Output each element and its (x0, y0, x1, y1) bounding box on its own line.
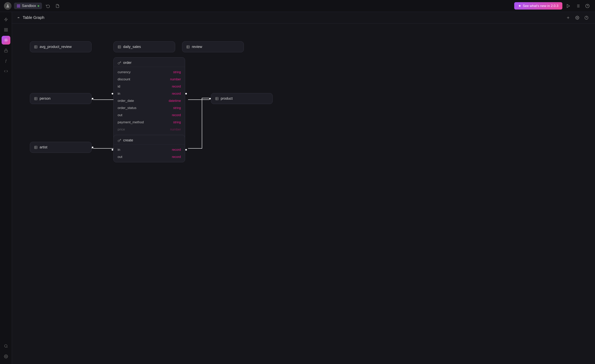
field-row-in: in record (114, 90, 185, 97)
node-order-label: order (123, 61, 132, 65)
settings-button[interactable] (574, 14, 581, 21)
table-graph-icon (17, 16, 20, 20)
node-create-fields: in record out record (114, 145, 185, 162)
node-product-label: product (221, 97, 233, 101)
node-review-header: review (182, 42, 244, 52)
svg-marker-14 (4, 18, 7, 21)
node-daily-sales-header: daily_sales (114, 42, 175, 52)
sidebar-item-grid[interactable] (2, 25, 10, 34)
node-person-header: person (30, 93, 91, 104)
sandbox-pill[interactable]: Sandbox (14, 3, 42, 9)
field-row-price: price number (114, 126, 185, 133)
field-name-discount: discount (118, 77, 130, 81)
node-person[interactable]: person (30, 93, 92, 104)
canvas[interactable]: avg_product_review daily_sales review pe… (12, 23, 595, 364)
node-order-fields: currency string discount number id recor… (114, 67, 185, 135)
svg-point-20 (4, 39, 7, 42)
field-row-create-in: in record (114, 146, 185, 153)
connections-svg (12, 23, 595, 364)
field-row-order-status: order_status string (114, 105, 185, 112)
field-name-currency: currency (118, 70, 131, 74)
node-avg-product-review-label: avg_product_review (40, 45, 72, 49)
field-name-create-in: in (118, 148, 120, 152)
node-create-header: create (114, 135, 185, 145)
svg-rect-53 (35, 146, 37, 149)
field-type-price: number (170, 128, 181, 131)
field-row-currency: currency string (114, 69, 185, 76)
node-daily-sales[interactable]: daily_sales (113, 41, 175, 52)
svg-point-0 (7, 4, 8, 6)
svg-point-48 (118, 63, 120, 64)
node-artist[interactable]: artist (30, 142, 92, 153)
svg-rect-44 (35, 97, 37, 100)
topbar: Sandbox ★ See what's new in 2.0.3 (0, 0, 595, 12)
sidebar-item-lightning[interactable] (2, 15, 10, 24)
svg-point-24 (5, 356, 6, 357)
svg-marker-5 (567, 4, 570, 7)
svg-rect-2 (19, 5, 20, 6)
help-button-secondary[interactable] (583, 14, 590, 21)
play-button[interactable] (565, 2, 572, 10)
sidebar: ƒ (0, 12, 12, 364)
secondary-bar-actions (564, 14, 590, 21)
svg-rect-3 (17, 6, 18, 7)
sidebar-item-function[interactable]: ƒ (2, 56, 10, 65)
field-row-order-date: order_date datetime (114, 97, 185, 105)
key-icon (118, 61, 121, 65)
user-avatar[interactable] (4, 2, 12, 10)
svg-rect-1 (17, 5, 18, 6)
field-type-create-in: record (172, 148, 181, 152)
connector-in-left (111, 92, 114, 95)
key-icon (118, 139, 121, 142)
create-connector-in-left (111, 149, 114, 151)
field-type-create-out: record (172, 155, 181, 159)
sidebar-item-lock[interactable] (2, 46, 10, 55)
node-create[interactable]: create in record out record (113, 135, 185, 162)
node-artist-header: artist (30, 142, 91, 153)
help-button[interactable] (584, 2, 591, 10)
node-product[interactable]: product (211, 93, 273, 104)
table-icon (34, 45, 38, 49)
node-create-label: create (123, 138, 133, 142)
table-icon (186, 45, 190, 49)
svg-rect-17 (4, 30, 6, 31)
svg-rect-32 (35, 46, 37, 48)
refresh-button[interactable] (44, 2, 51, 10)
status-dot (38, 5, 39, 7)
node-review-label: review (192, 45, 202, 49)
sidebar-item-graph[interactable] (2, 36, 10, 45)
add-button[interactable] (564, 14, 572, 21)
node-person-label: person (40, 97, 50, 101)
secondary-bar: Table Graph (12, 12, 595, 23)
field-name-out: out (118, 113, 122, 117)
field-row-discount: discount number (114, 76, 185, 83)
svg-rect-40 (187, 46, 190, 48)
field-row-payment-method: payment_method string (114, 119, 185, 126)
list-button[interactable] (574, 2, 581, 10)
field-name-create-out: out (118, 155, 122, 159)
table-icon (215, 97, 219, 100)
field-name-payment-method: payment_method (118, 120, 144, 124)
sidebar-item-search[interactable] (2, 342, 10, 350)
svg-point-29 (577, 17, 578, 18)
file-button[interactable] (54, 2, 61, 10)
field-name-in: in (118, 92, 120, 96)
svg-rect-21 (4, 50, 7, 52)
field-type-discount: number (170, 77, 181, 81)
field-type-id: record (172, 85, 181, 88)
field-name-order-status: order_status (118, 106, 136, 110)
field-name-id: id (118, 84, 120, 89)
connection-order-product (188, 98, 211, 100)
person-connector-right (91, 98, 94, 100)
node-order[interactable]: order currency string discount number id… (113, 57, 185, 141)
node-review[interactable]: review (182, 41, 244, 52)
node-avg-product-review[interactable]: avg_product_review (30, 41, 92, 52)
whats-new-button[interactable]: ★ See what's new in 2.0.3 (514, 2, 562, 10)
sidebar-item-code[interactable] (2, 67, 10, 76)
field-row-create-out: out record (114, 153, 185, 161)
field-name-price: price (118, 127, 125, 132)
svg-point-57 (118, 140, 120, 142)
node-product-header: product (211, 93, 272, 104)
sidebar-item-settings[interactable] (2, 352, 10, 361)
table-icon (34, 146, 38, 149)
